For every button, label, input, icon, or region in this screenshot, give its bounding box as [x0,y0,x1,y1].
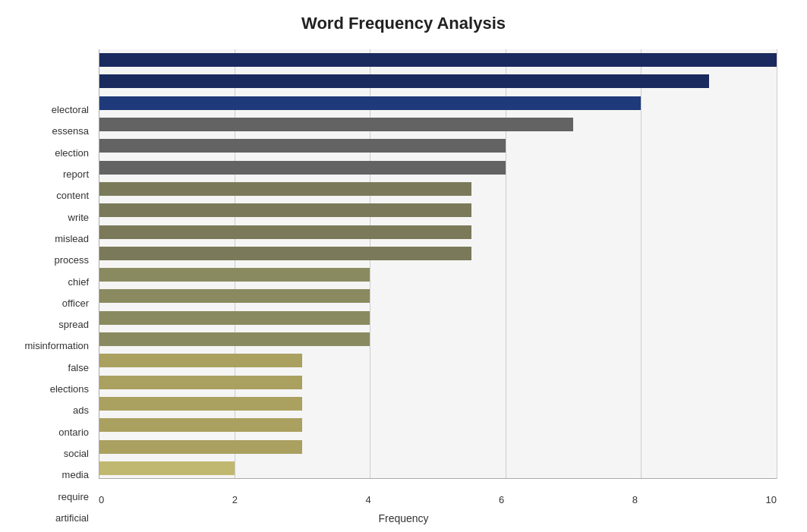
y-axis-labels: electoralessensaelectionreportcontentwri… [0,49,95,479]
y-axis-label: content [56,190,89,201]
bar [99,182,471,196]
bar-row [99,393,777,414]
bar-row [99,243,777,264]
x-axis: 0246810 [99,494,777,505]
y-axis-line [99,49,99,479]
bar [99,418,302,432]
bar [99,311,370,325]
y-axis-label: require [58,490,89,502]
bar [99,139,506,153]
y-axis-label: election [55,146,89,158]
bar-row [99,414,777,436]
y-axis-label: media [62,469,89,480]
bar [99,289,370,303]
bar [99,332,370,346]
bar-row [99,200,777,221]
bar [99,376,302,389]
chart-container: Word Frequency Analysis electoralessensa… [0,0,807,532]
x-axis-label: Frequency [0,512,807,524]
bar-row [99,157,777,178]
bar [99,161,506,175]
bar [99,203,471,217]
y-axis-label: mislead [55,232,89,244]
y-axis-label: electoral [52,104,89,115]
x-tick: 6 [499,494,504,505]
y-axis-label: process [54,254,89,266]
bar-row [99,71,777,92]
bar-row [99,264,777,285]
y-axis-label: report [63,168,89,180]
bar-row [99,221,777,242]
bar [99,461,235,475]
bar [99,247,471,260]
bar-row [99,285,777,307]
bar-row [99,307,777,329]
x-tick: 0 [99,494,104,505]
bar [99,96,641,110]
y-axis-label: social [64,447,89,458]
x-tick: 2 [232,494,238,505]
bar [99,268,370,282]
y-axis-label: essensa [52,125,89,137]
bar [99,118,573,131]
grid-line [777,49,777,479]
x-axis-line [99,478,777,479]
bar-row [99,372,777,393]
bar-row [99,49,777,71]
bar [99,74,709,88]
bar-row [99,436,777,457]
bar-row [99,329,777,350]
y-axis-label: spread [58,319,89,330]
bar-row [99,458,777,479]
bar-row [99,178,777,200]
bar-row [99,135,777,156]
x-tick: 4 [365,494,370,505]
x-tick: 8 [632,494,638,505]
bar [99,440,302,454]
y-axis-label: ads [73,405,89,416]
bar [99,53,777,67]
bar [99,354,302,367]
bar-row [99,350,777,371]
bar [99,397,302,411]
y-axis-label: write [68,211,89,222]
bar-row [99,114,777,135]
bar [99,225,471,239]
y-axis-label: false [68,361,89,373]
y-axis-label: chief [68,275,89,287]
chart-area [99,49,777,479]
x-tick: 10 [766,494,777,505]
y-axis-label: misinformation [24,340,89,351]
chart-title: Word Frequency Analysis [0,14,807,33]
y-axis-label: elections [50,383,89,395]
bar-row [99,93,777,114]
y-axis-label: officer [62,297,89,308]
y-axis-label: ontario [58,426,89,437]
